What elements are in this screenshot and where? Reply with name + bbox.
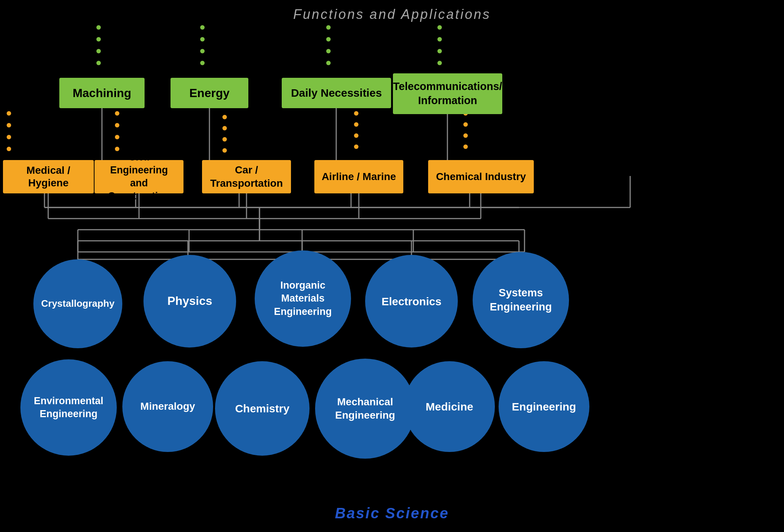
dot-machining-1 [96,25,101,30]
green-box-energy: Energy [171,78,248,108]
dot-chemical-2 [463,122,468,127]
orange-box-airline: Airline / Marine [314,160,403,193]
dot-civil-3 [115,135,119,139]
dot-civil-2 [115,123,119,127]
circle-crystallography: Crystallography [33,259,122,348]
circle-electronics: Electronics [365,255,458,348]
green-box-machining: Machining [59,78,145,108]
dot-telecom-4 [437,61,442,65]
dot-chemical-3 [463,133,468,138]
green-box-daily: Daily Necessities [282,78,391,108]
dot-telecom-3 [437,49,442,53]
dot-medical-3 [7,135,11,139]
circle-mech-eng: Mechanical Engineering [315,359,415,459]
dot-car-2 [222,126,227,130]
dot-car-4 [222,148,227,153]
dot-machining-3 [96,49,101,53]
dot-airline-4 [354,144,358,149]
dot-civil-1 [115,111,119,116]
circle-env-eng: EnvironmentalEngineering [20,359,117,456]
dot-airline-2 [354,122,358,127]
dot-airline-3 [354,133,358,138]
orange-box-chemical: Chemical Industry [428,160,534,193]
orange-box-medical: Medical / Hygiene [3,160,94,193]
diagram-container: Functions and Applications Machining [0,0,784,532]
orange-box-car: Car /Transportation [202,160,291,193]
dot-machining-4 [96,61,101,65]
dot-airline-1 [354,111,358,116]
circle-chemistry: Chemistry [215,361,310,456]
dot-chemical-4 [463,144,468,149]
circle-mineralogy: Mineralogy [122,361,213,452]
dot-daily-4 [326,61,331,65]
dot-telecom-2 [437,37,442,41]
dot-telecom-1 [437,25,442,30]
circle-inorganic: InorganicMaterialsEngineering [255,250,351,347]
circle-engineering: Engineering [499,361,589,452]
dot-car-1 [222,115,227,119]
dot-machining-2 [96,37,101,41]
title-top: Functions and Applications [0,7,784,22]
circle-systems: SystemsEngineering [473,252,569,348]
dot-daily-2 [326,37,331,41]
dot-medical-4 [7,147,11,151]
dot-car-3 [222,137,227,142]
circle-physics: Physics [143,255,236,348]
dot-daily-1 [326,25,331,30]
circle-medicine: Medicine [404,361,495,452]
dot-daily-3 [326,49,331,53]
dot-energy-3 [200,49,205,53]
green-box-telecom: Telecommunications/Information [393,73,502,114]
dot-energy-2 [200,37,205,41]
title-bottom: Basic Science [0,505,784,522]
dot-medical-2 [7,123,11,127]
orange-box-civil: Civil Engineeringand Construction [95,160,183,193]
dot-medical-1 [7,111,11,116]
dot-energy-4 [200,61,205,65]
dot-energy-1 [200,25,205,30]
